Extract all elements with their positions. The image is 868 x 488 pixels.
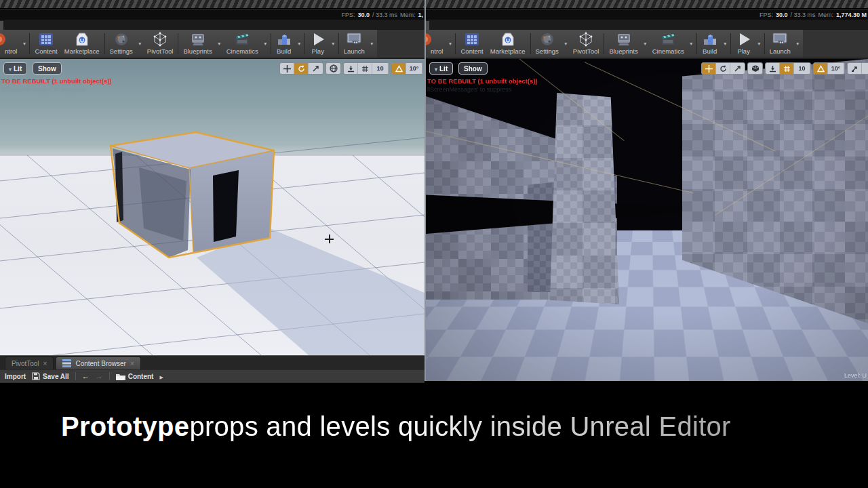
toolbar-button-source-control[interactable]: ntrol <box>427 30 446 57</box>
toolbar-button-marketplace[interactable]: Marketplace <box>487 30 529 57</box>
save-icon <box>32 372 40 380</box>
chevron-down-icon[interactable] <box>688 30 695 57</box>
toolbar-separator <box>338 33 339 54</box>
breadcrumb-arrow-icon[interactable] <box>159 373 163 380</box>
chevron-down-icon[interactable] <box>262 30 269 57</box>
toolbar-button-content[interactable]: Content <box>457 30 486 57</box>
rotation-snap-button[interactable] <box>814 63 828 74</box>
back-button[interactable] <box>82 372 90 380</box>
pivottool-icon <box>152 31 168 47</box>
window-titlebar[interactable] <box>426 0 868 9</box>
frame-ms: / 33.3 ms <box>790 12 815 18</box>
toolbar-button-blueprints[interactable]: Blueprints <box>180 30 215 57</box>
blueprints-icon <box>190 31 206 47</box>
chevron-down-icon[interactable] <box>562 30 570 57</box>
close-icon[interactable] <box>43 360 47 367</box>
move-tool-button[interactable] <box>702 63 716 74</box>
chevron-down-icon[interactable] <box>642 30 649 57</box>
window-titlebar[interactable] <box>0 0 425 9</box>
toolbar-button-settings[interactable]: Settings <box>106 30 136 57</box>
toolbar-button-build[interactable]: Build <box>273 30 296 57</box>
local-coordinate-button[interactable] <box>748 63 762 74</box>
show-menu-button[interactable]: Show <box>458 62 488 75</box>
main-toolbar: ntrol Content Marketplace <box>426 30 868 59</box>
toolbar-button-settings[interactable]: Settings <box>532 30 562 57</box>
toolbar-button-marketplace[interactable]: Marketplace <box>61 30 103 57</box>
grid-snap-value[interactable]: 10 <box>372 63 389 74</box>
chevron-down-icon[interactable] <box>330 30 337 57</box>
rotation-snap-value[interactable]: 10° <box>828 63 844 74</box>
toolbar-separator <box>696 33 697 54</box>
toolbar-button-play[interactable]: Play <box>307 30 330 57</box>
chevron-down-icon[interactable] <box>794 30 802 57</box>
rotate-tool-button[interactable] <box>294 63 309 74</box>
viewport-right[interactable]: Lit Show TO BE REBUILT (1 unbuilt object… <box>426 59 868 381</box>
prop-scene <box>0 59 425 355</box>
toolbar-button-launch[interactable]: Launch <box>766 30 794 57</box>
toolbar-button-label: Play <box>311 47 323 55</box>
caption-rest: props and levels quickly inside Unreal E… <box>189 411 730 442</box>
grid-snap-button[interactable] <box>358 63 372 74</box>
level-tabstrip <box>426 20 868 30</box>
launch-icon <box>771 31 789 47</box>
chevron-down-icon[interactable] <box>136 30 144 57</box>
rotation-snap-button[interactable] <box>392 63 406 74</box>
toolbar-button-pivottool[interactable]: PivotTool <box>144 30 177 57</box>
toolbar-button-label: PivotTool <box>147 47 174 55</box>
tab-content-browser[interactable]: Content Browser <box>56 357 140 369</box>
level-scene <box>426 59 868 381</box>
toolbar-button-blueprints[interactable]: Blueprints <box>606 30 641 57</box>
toolbar-button-launch[interactable]: Launch <box>340 30 368 57</box>
chevron-down-icon[interactable] <box>216 30 223 57</box>
chevron-down-icon[interactable] <box>20 30 28 57</box>
tab-nub[interactable] <box>0 21 3 30</box>
mem-label: Mem: <box>818 12 833 18</box>
save-all-button[interactable]: Save All <box>32 372 69 380</box>
tab-nub[interactable] <box>426 21 429 30</box>
chevron-down-icon[interactable] <box>755 30 763 57</box>
world-coordinate-button[interactable] <box>326 63 340 74</box>
chevron-down-icon[interactable] <box>296 30 303 57</box>
tab-pivottool[interactable]: PivotTool <box>5 357 54 369</box>
launch-icon <box>345 31 363 47</box>
grid-snap-value[interactable]: 10 <box>794 63 810 74</box>
marketplace-icon <box>74 31 90 47</box>
content-breadcrumb[interactable]: Content <box>116 373 154 380</box>
toolbar-button-label: Build <box>277 47 291 55</box>
chevron-down-icon[interactable] <box>446 30 454 57</box>
show-menu-button[interactable]: Show <box>33 62 62 75</box>
surface-snap-button[interactable] <box>766 63 780 74</box>
chevron-down-icon[interactable] <box>368 30 376 57</box>
scale-tool-button[interactable] <box>730 63 745 74</box>
fps-label: FPS: <box>341 12 355 18</box>
chevron-down-icon[interactable] <box>722 30 729 57</box>
toolbar-separator <box>604 33 604 54</box>
toolbar-button-label: Launch <box>770 47 791 55</box>
toolbar-button-play[interactable]: Play <box>732 30 755 57</box>
toolbar-button-label: Marketplace <box>490 47 526 55</box>
close-icon[interactable] <box>130 360 134 367</box>
toolbar-button-label: Marketplace <box>64 47 100 55</box>
scale-tool-button[interactable] <box>309 63 323 74</box>
toolbar-button-cinematics[interactable]: Cinematics <box>649 30 688 57</box>
toolbar-button-pivottool[interactable]: PivotTool <box>570 30 603 57</box>
toolbar-button-cinematics[interactable]: Cinematics <box>223 30 262 57</box>
video-caption: Prototype props and levels quickly insid… <box>61 411 731 442</box>
rotate-tool-button[interactable] <box>716 63 730 74</box>
rotation-snap-value[interactable]: 10° <box>406 63 422 74</box>
scale-snap-value[interactable]: 0 <box>862 63 868 74</box>
grid-snap-button[interactable] <box>780 63 794 74</box>
toolbar-button-build[interactable]: Build <box>698 30 722 57</box>
import-button[interactable]: Import <box>5 373 26 380</box>
scale-snap-button[interactable] <box>848 63 862 74</box>
move-tool-button[interactable] <box>280 63 294 74</box>
source-control-icon <box>0 32 13 47</box>
lit-mode-button[interactable]: Lit <box>3 62 27 75</box>
viewport-left[interactable]: Lit Show TO BE REBUILT (1 unbuilt object… <box>0 59 425 355</box>
toolbar-button-source-control[interactable]: ntrol <box>1 30 20 57</box>
toolbar-separator <box>271 33 271 54</box>
surface-snap-button[interactable] <box>344 63 358 74</box>
lit-mode-button[interactable]: Lit <box>429 62 453 75</box>
forward-button[interactable] <box>96 372 103 380</box>
toolbar-button-content[interactable]: Content <box>31 30 60 57</box>
